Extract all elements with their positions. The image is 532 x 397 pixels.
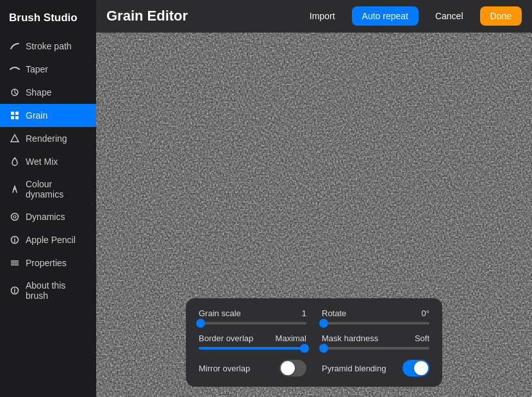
sidebar-item-grain[interactable]: Grain [0, 104, 96, 127]
pyramid-blending-knob [414, 361, 428, 375]
cancel-button[interactable]: Cancel [425, 6, 474, 26]
wet-mix-icon [9, 156, 21, 167]
grain-scale-value: 1 [302, 308, 306, 318]
sidebar-item-label: Shape [26, 87, 51, 97]
sidebar-item-label: Dynamics [26, 212, 65, 222]
sidebar-item-taper[interactable]: Taper [0, 58, 96, 81]
apple-pencil-icon: i [9, 234, 21, 246]
rotate-control: Rotate 0° [322, 308, 429, 325]
sidebar-item-rendering[interactable]: Rendering [0, 127, 96, 150]
import-button[interactable]: Import [299, 6, 345, 26]
header: Grain Editor Import Auto repeat Cancel D… [96, 0, 532, 33]
sidebar-item-label: Taper [26, 64, 48, 74]
grain-canvas: Grain scale 1 Rotate 0° [96, 33, 532, 397]
mask-hardness-track[interactable] [322, 347, 429, 350]
main-area: Grain Editor Import Auto repeat Cancel D… [96, 0, 532, 397]
mirror-overlap-row: Mirror overlap [199, 359, 306, 376]
mask-hardness-label-row: Mask hardness Soft [322, 334, 429, 343]
rotate-thumb[interactable] [319, 319, 328, 328]
dynamics-icon [9, 211, 21, 223]
svg-rect-2 [15, 112, 19, 115]
svg-text:i: i [14, 287, 16, 294]
mask-hardness-thumb[interactable] [319, 344, 328, 353]
grain-scale-thumb[interactable] [196, 319, 205, 328]
pyramid-blending-row: Pyramid blending [322, 359, 429, 376]
rendering-icon [9, 133, 21, 144]
mirror-overlap-knob [281, 361, 295, 375]
rotate-track[interactable] [322, 322, 429, 325]
border-overlap-control: Border overlap Maximal [199, 334, 306, 350]
svg-rect-3 [11, 116, 14, 119]
sidebar-item-label: Colour dynamics [26, 179, 87, 199]
border-overlap-track[interactable] [199, 347, 306, 350]
stroke-path-icon [9, 40, 21, 52]
svg-text:i: i [14, 237, 16, 244]
rotate-label: Rotate [322, 308, 346, 318]
taper-icon [9, 63, 21, 75]
sidebar-item-shape[interactable]: Shape [0, 81, 96, 104]
svg-rect-1 [11, 112, 14, 115]
border-overlap-value: Maximal [276, 334, 306, 343]
sidebar-item-label: Rendering [26, 133, 67, 144]
app-title: Brush Studio [0, 5, 96, 35]
rotate-value: 0° [422, 308, 429, 318]
sidebar-item-label: Properties [26, 258, 67, 268]
border-overlap-label-row: Border overlap Maximal [199, 334, 306, 343]
grain-icon [9, 110, 21, 121]
sidebar-item-label: About this brush [26, 280, 87, 301]
border-overlap-label: Border overlap [199, 334, 253, 343]
grain-scale-label: Grain scale [199, 308, 241, 318]
sidebar-item-label: Grain [26, 110, 47, 121]
sidebar-item-wet-mix[interactable]: Wet Mix [0, 150, 96, 173]
shape-icon [9, 87, 21, 98]
svg-rect-4 [15, 116, 19, 119]
grain-scale-control: Grain scale 1 [199, 308, 306, 325]
sidebar-item-label: Stroke path [26, 41, 72, 51]
sidebar-item-stroke-path[interactable]: Stroke path [0, 35, 96, 58]
sidebar-item-label: Wet Mix [26, 156, 58, 167]
mask-hardness-value: Soft [415, 334, 429, 343]
pyramid-blending-label: Pyramid blending [322, 364, 386, 373]
border-overlap-thumb[interactable] [300, 344, 309, 353]
sidebar-item-colour-dynamics[interactable]: Colour dynamics [0, 173, 96, 205]
done-button[interactable]: Done [480, 6, 522, 26]
page-title: Grain Editor [106, 8, 188, 24]
svg-point-7 [13, 215, 16, 218]
sidebar-item-apple-pencil[interactable]: i Apple Pencil [0, 228, 96, 251]
colour-dynamics-icon [9, 183, 21, 195]
grain-scale-track[interactable] [199, 322, 306, 325]
controls-grid: Grain scale 1 Rotate 0° [199, 308, 429, 376]
svg-marker-5 [11, 135, 19, 142]
sidebar-item-about[interactable]: i About this brush [0, 275, 96, 307]
svg-point-6 [12, 214, 19, 221]
sidebar-item-label: Apple Pencil [26, 235, 76, 245]
mask-hardness-control: Mask hardness Soft [322, 334, 429, 350]
rotate-label-row: Rotate 0° [322, 308, 429, 318]
header-actions: Import Auto repeat Cancel Done [299, 6, 522, 26]
controls-panel: Grain scale 1 Rotate 0° [186, 298, 442, 387]
pyramid-blending-toggle[interactable] [403, 360, 429, 376]
mask-hardness-label: Mask hardness [322, 334, 378, 343]
border-overlap-fill [199, 347, 304, 350]
about-icon: i [9, 285, 21, 296]
mirror-overlap-label: Mirror overlap [199, 364, 250, 373]
sidebar-item-properties[interactable]: Properties [0, 251, 96, 275]
mirror-overlap-toggle[interactable] [279, 360, 306, 376]
properties-icon [9, 257, 21, 269]
auto-repeat-button[interactable]: Auto repeat [352, 6, 419, 26]
sidebar: Brush Studio Stroke path Taper Shape [0, 0, 96, 397]
sidebar-item-dynamics[interactable]: Dynamics [0, 205, 96, 228]
grain-scale-label-row: Grain scale 1 [199, 308, 306, 318]
